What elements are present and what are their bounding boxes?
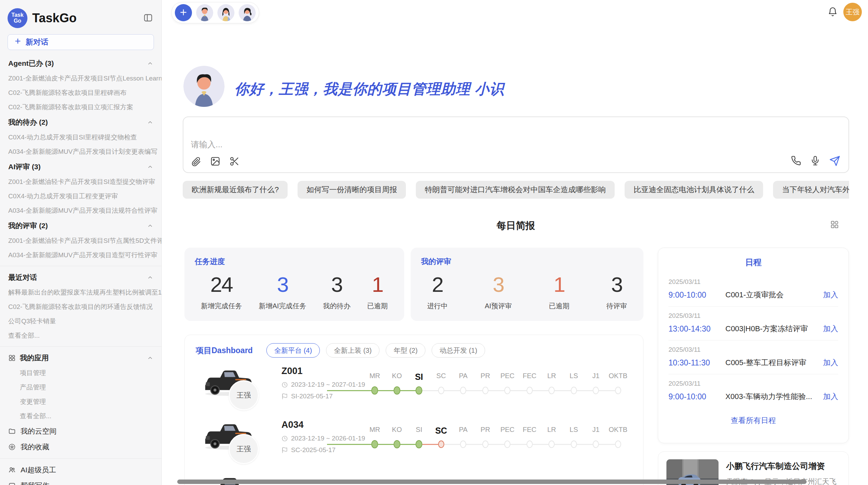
milestone-dot bbox=[394, 386, 400, 395]
task-progress-card: 任务进度 24新增完成任务3新增AI完成任务3我的待办1已逾期 bbox=[184, 248, 404, 321]
schedule-view-all-link[interactable]: 查看所有日程 bbox=[658, 415, 848, 426]
news-title: 小鹏飞行汽车制造公司增资 bbox=[726, 461, 841, 472]
horizontal-scrollbar[interactable] bbox=[177, 480, 807, 484]
suggestion-chip[interactable]: 特朗普可能对进口汽车增税会对中国车企造成哪些影响 bbox=[416, 181, 615, 199]
schedule-item: 2025/03/1110:30-11:30C005-整车工程目标评审加入 bbox=[658, 340, 848, 374]
sidebar-item-star[interactable]: 我的收藏 bbox=[0, 439, 161, 455]
send-button[interactable] bbox=[829, 156, 840, 167]
sidebar-item[interactable]: C02-飞腾新能源轻客改款项目里程碑画布 bbox=[0, 86, 161, 100]
sidebar-item[interactable]: Z001-全新燃油皮卡产品开发项目SI节点Lesson Learn报告 bbox=[0, 71, 161, 86]
chevron-up-icon[interactable] bbox=[147, 119, 153, 125]
new-chat-button[interactable]: 新对话 bbox=[8, 34, 154, 50]
suggestion-chip[interactable]: 当下年轻人对汽车外观有怎样的喜好趋势 bbox=[773, 181, 849, 199]
milestone-dot bbox=[482, 440, 489, 448]
panel-collapse-icon bbox=[143, 13, 153, 24]
sidebar-item[interactable]: C0X4-动力总成开发项目SI里程碑提交物检查 bbox=[0, 130, 161, 145]
dashboard-filter[interactable]: 年型 (2) bbox=[386, 343, 425, 358]
recent-chat-item[interactable]: 公司Q3轻卡销量 bbox=[0, 314, 161, 328]
app-item[interactable]: 产品管理 bbox=[0, 380, 161, 395]
milestone-label: SI bbox=[408, 426, 430, 439]
schedule-event-title: X003-车辆动力学性能验... bbox=[725, 391, 823, 402]
schedule-time: 9:00-10:00 bbox=[668, 392, 725, 401]
milestone-label: OKTB bbox=[607, 372, 629, 386]
message-composer[interactable]: 请输入... bbox=[183, 116, 849, 173]
app-item[interactable]: 项目管理 bbox=[0, 366, 161, 380]
dashboard-filter[interactable]: 全新上装 (3) bbox=[326, 343, 379, 358]
suggestion-chip[interactable]: 欧洲新规最近颁布了什么? bbox=[183, 181, 288, 199]
voice-call-button[interactable] bbox=[791, 156, 801, 167]
paperclip-icon bbox=[191, 156, 201, 167]
recent-chat-item[interactable]: C02-飞腾新能源轻客改款项目的闭环通告反馈情况 bbox=[0, 300, 161, 314]
sidebar-item-folder[interactable]: 我的云空间 bbox=[0, 423, 161, 439]
sidebar-item[interactable]: A034-全新新能源MUV产品开发项目造型可行性评审 bbox=[0, 248, 161, 262]
agent-switcher bbox=[171, 2, 259, 23]
briefing-layout-button[interactable] bbox=[830, 220, 839, 230]
milestone-dot bbox=[527, 387, 533, 394]
schedule-join-link[interactable]: 加入 bbox=[823, 290, 838, 300]
sidebar-item[interactable]: C02-飞腾新能源轻客改款项目立项汇报方案 bbox=[0, 100, 161, 114]
sidebar-section-my-apps[interactable]: 我的应用 bbox=[0, 350, 161, 366]
sidebar-section-2[interactable]: AI评审 (3) bbox=[0, 159, 161, 175]
chevron-up-icon[interactable] bbox=[147, 60, 153, 66]
sidebar-tool-write[interactable]: 帮我写作 bbox=[0, 478, 161, 485]
sidebar-item[interactable]: A034-全新新能源MUV产品开发项目计划变更表编写 bbox=[0, 145, 161, 159]
suggestion-chip[interactable]: 比亚迪全固态电池计划具体说了什么 bbox=[625, 181, 763, 199]
chevron-up-icon[interactable] bbox=[147, 274, 153, 281]
milestone-label: J1 bbox=[585, 372, 607, 386]
sidebar-item[interactable]: Z001-全新燃油轻卡产品开发项目SI造型提交物评审 bbox=[0, 175, 161, 189]
app-title: TaskGo bbox=[32, 11, 143, 25]
milestone-dot bbox=[504, 440, 510, 448]
screenshot-button[interactable] bbox=[229, 156, 240, 167]
sidebar-item[interactable]: Z001-全新燃油轻卡产品开发项目SI节点属性5D文件评审 bbox=[0, 234, 161, 248]
write-icon bbox=[8, 482, 16, 485]
schedule-item: 2025/03/1113:00-14:30C003|H0B-方案冻结评审加入 bbox=[658, 307, 848, 340]
milestone-PA: PA bbox=[452, 426, 474, 449]
dashboard-filter[interactable]: 全新平台 (4) bbox=[266, 343, 320, 358]
project-dashboard-card: 项目Dashboard 全新平台 (4)全新上装 (3)年型 (2)动总开发 (… bbox=[184, 335, 643, 485]
image-upload-button[interactable] bbox=[210, 156, 220, 167]
milestone-FEC: FEC bbox=[519, 372, 541, 395]
schedule-join-link[interactable]: 加入 bbox=[823, 358, 838, 368]
agent-avatar-1[interactable] bbox=[196, 4, 213, 21]
milestone-PR: PR bbox=[474, 372, 497, 395]
dashboard-filter[interactable]: 动总开发 (1) bbox=[432, 343, 485, 358]
project-row: 王强A0342023-12-19 ~ 2026-01-19SC-2025-05-… bbox=[185, 417, 643, 471]
agent-avatar-3[interactable] bbox=[239, 4, 256, 21]
recent-view-all-link[interactable]: 查看全部... bbox=[0, 328, 161, 343]
logo-line1: Task bbox=[11, 12, 23, 18]
notifications-button[interactable] bbox=[828, 7, 838, 18]
sidebar-collapse-button[interactable] bbox=[143, 13, 153, 24]
task-progress-stats: 24新增完成任务3新增AI完成任务3我的待办1已逾期 bbox=[195, 272, 394, 311]
chevron-up-icon[interactable] bbox=[147, 164, 153, 170]
schedule-join-link[interactable]: 加入 bbox=[823, 324, 838, 334]
chevron-up-icon[interactable] bbox=[147, 355, 153, 361]
schedule-date: 2025/03/11 bbox=[668, 346, 838, 353]
sidebar-section-1-label: 我的待办 (2) bbox=[8, 117, 48, 127]
composer-left-icons bbox=[191, 156, 240, 167]
sidebar-section-recent[interactable]: 最近对话 bbox=[0, 270, 161, 285]
sidebar-item[interactable]: A034-全新新能源MUV产品开发项目法规符合性评审 bbox=[0, 203, 161, 218]
schedule-join-link[interactable]: 加入 bbox=[823, 391, 838, 402]
stat: 3AI预评审 bbox=[485, 272, 512, 311]
milestone-dot bbox=[593, 387, 599, 394]
chevron-up-icon[interactable] bbox=[147, 223, 153, 229]
sidebar-section-1[interactable]: 我的待办 (2) bbox=[0, 114, 161, 130]
apps-view-all-link[interactable]: 查看全部... bbox=[0, 409, 161, 423]
sidebar-section-0[interactable]: Agent已办 (3) bbox=[0, 55, 161, 71]
suggestion-chip[interactable]: 如何写一份清晰的项目周报 bbox=[298, 181, 406, 199]
microphone-button[interactable] bbox=[810, 156, 820, 167]
attachment-button[interactable] bbox=[191, 156, 201, 167]
sidebar-item[interactable]: C0X4-动力总成开发项目工程变更评审 bbox=[0, 189, 161, 203]
sidebar-section-3[interactable]: 我的评审 (2) bbox=[0, 218, 161, 234]
milestone-lead bbox=[327, 426, 364, 449]
app-item[interactable]: 变更管理 bbox=[0, 395, 161, 409]
add-agent-button[interactable] bbox=[175, 4, 192, 21]
sidebar-tool-users[interactable]: AI超级员工 bbox=[0, 462, 161, 478]
project-flag: SI-2025-05-17 bbox=[281, 393, 333, 400]
user-avatar[interactable]: 王强 bbox=[843, 3, 862, 21]
recent-chat-item[interactable]: 解释最新出台的欧盟报废车法规再生塑料比例被调至15%... bbox=[0, 285, 161, 300]
bell-icon bbox=[828, 13, 838, 18]
agent-avatar-2[interactable] bbox=[217, 4, 234, 21]
project-flag-text: SI-2025-05-17 bbox=[291, 393, 333, 400]
sidebar-section-recent-label: 最近对话 bbox=[8, 273, 37, 282]
